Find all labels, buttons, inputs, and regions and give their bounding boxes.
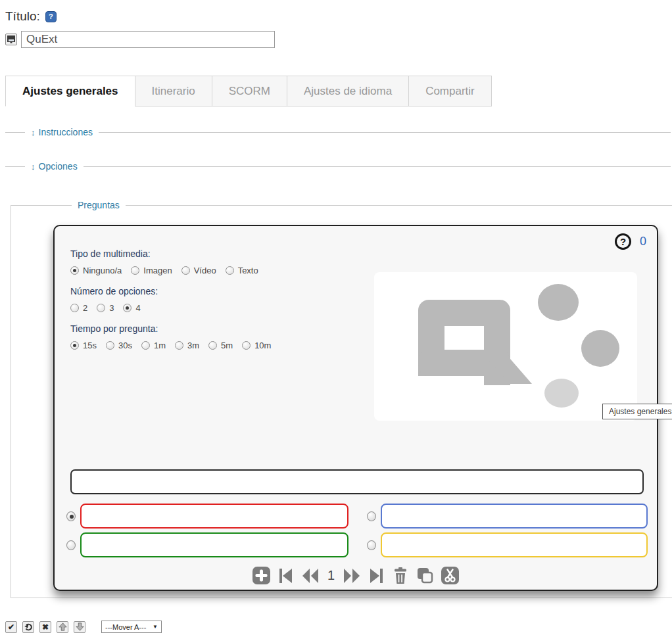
radio-label: Texto: [238, 266, 258, 275]
tab-scorm[interactable]: SCORM: [212, 76, 287, 106]
add-question-button[interactable]: [252, 567, 270, 584]
radio-1m[interactable]: [141, 341, 150, 350]
radio-option[interactable]: 1m: [141, 341, 166, 350]
radio-option[interactable]: Vídeo: [181, 266, 216, 275]
section-opciones-label: Opciones: [39, 161, 78, 172]
radio-3m[interactable]: [175, 341, 183, 350]
radio-texto[interactable]: [226, 266, 234, 275]
panel-counter-area: ? 0: [615, 233, 646, 250]
radio-option[interactable]: 10m: [242, 341, 271, 350]
title-label: Título:: [5, 9, 40, 24]
radio-label: 10m: [254, 341, 271, 350]
answer-input-green[interactable]: [80, 532, 348, 557]
arrow-up-icon: [59, 623, 67, 631]
section-instrucciones-label: Instrucciones: [39, 127, 93, 137]
radio-30s[interactable]: [106, 341, 114, 350]
add-icon: [252, 567, 270, 584]
first-question-button[interactable]: [277, 567, 294, 584]
num-options-options: 2 3 4: [70, 303, 280, 313]
check-icon: ✔: [8, 623, 14, 632]
section-preguntas-header[interactable]: Preguntas: [72, 200, 126, 210]
answer-row-2: [66, 532, 648, 557]
time-options: 15s 30s 1m 3m 5m 10m: [70, 341, 280, 350]
radio-option[interactable]: 5m: [208, 341, 233, 350]
answer-radio-2[interactable]: [367, 511, 376, 521]
tab-compartir[interactable]: Compartir: [408, 76, 492, 106]
answer-radio-4[interactable]: [367, 540, 376, 550]
move-to-select[interactable]: ---Mover A--- ▼: [101, 621, 162, 633]
radio-3[interactable]: [97, 304, 105, 312]
scissors-icon: [441, 567, 459, 584]
title-input[interactable]: [21, 31, 275, 48]
quext-logo: [374, 272, 637, 421]
radio-5m[interactable]: [208, 341, 217, 350]
media-preview-icon[interactable]: [5, 34, 17, 45]
tab-ajustes-generales[interactable]: Ajustes generales: [5, 76, 135, 106]
media-type-options: Ninguno/a Imagen Vídeo Texto: [70, 266, 280, 275]
close-icon: ✖: [42, 623, 49, 632]
radio-label: 2: [83, 303, 87, 313]
question-text-input[interactable]: [70, 469, 644, 494]
resize-vertical-icon: ↕: [31, 162, 36, 172]
duplicate-question-button[interactable]: [416, 567, 434, 584]
panel-help-icon[interactable]: ?: [615, 233, 631, 250]
radio-4[interactable]: [123, 304, 132, 312]
delete-idevice-button[interactable]: ✖: [39, 621, 51, 633]
previous-icon: [301, 567, 319, 584]
resize-vertical-icon: ↕: [31, 128, 36, 137]
title-help-icon[interactable]: ?: [45, 11, 57, 22]
radio-option[interactable]: 3: [97, 303, 114, 313]
move-down-button[interactable]: [74, 621, 85, 633]
radio-label: 3m: [187, 341, 199, 350]
confirm-button[interactable]: ✔: [5, 621, 17, 633]
radio-option[interactable]: 15s: [70, 341, 97, 350]
media-placeholder-image: [374, 272, 637, 421]
move-to-label: ---Mover A---: [105, 623, 146, 631]
answer-input-yellow[interactable]: [381, 532, 648, 557]
radio-label: 15s: [83, 341, 97, 350]
radio-option[interactable]: Ninguno/a: [70, 266, 122, 275]
question-navbar: 1: [55, 567, 657, 584]
radio-label: 1m: [154, 341, 166, 350]
section-opciones: ↕Opciones: [5, 161, 671, 172]
answer-input-blue[interactable]: [381, 504, 648, 529]
radio-15s[interactable]: [70, 341, 79, 350]
previous-question-button[interactable]: [301, 567, 319, 584]
radio-ninguno[interactable]: [70, 266, 79, 275]
radio-imagen[interactable]: [131, 266, 139, 275]
question-editor-panel: ? 0 Tipo de multimedia: Ninguno/a Imagen…: [53, 225, 658, 591]
radio-10m[interactable]: [242, 341, 251, 350]
radio-option[interactable]: Imagen: [131, 266, 172, 275]
undo-button[interactable]: [22, 621, 34, 633]
move-up-button[interactable]: [57, 621, 68, 633]
radio-label: Vídeo: [194, 266, 216, 275]
section-opciones-header[interactable]: ↕Opciones: [25, 161, 84, 172]
radio-option[interactable]: 3m: [175, 341, 199, 350]
radio-2[interactable]: [70, 304, 79, 312]
cut-question-button[interactable]: [441, 567, 459, 584]
tab-ajustes-de-idioma[interactable]: Ajustes de idioma: [287, 76, 409, 106]
next-icon: [343, 567, 361, 584]
last-question-button[interactable]: [368, 567, 385, 584]
answer-row-1: [66, 504, 648, 529]
radio-option[interactable]: 2: [70, 303, 87, 313]
radio-option[interactable]: 4: [123, 303, 140, 313]
radio-video[interactable]: [181, 266, 190, 275]
answer-radio-1[interactable]: [66, 511, 76, 521]
radio-label: Imagen: [143, 266, 172, 275]
page-indicator: 1: [326, 568, 336, 583]
page: Título: ? Ajustes generales Itinerario S…: [0, 0, 672, 635]
radio-label: 30s: [118, 341, 132, 350]
tab-itinerario[interactable]: Itinerario: [135, 76, 212, 106]
media-type-label: Tipo de multimedia:: [70, 248, 280, 259]
delete-question-button[interactable]: [392, 567, 409, 584]
radio-option[interactable]: 30s: [106, 341, 132, 350]
trash-icon: [392, 567, 409, 584]
answer-radio-3[interactable]: [66, 540, 76, 550]
radio-option[interactable]: Texto: [226, 266, 258, 275]
radio-label: 3: [109, 303, 114, 313]
next-question-button[interactable]: [343, 567, 361, 584]
section-instrucciones-header[interactable]: ↕Instrucciones: [25, 127, 99, 137]
answer-input-red[interactable]: [80, 504, 348, 529]
section-preguntas: Preguntas ? 0 Tipo de multimedia: Ningun…: [11, 200, 672, 598]
